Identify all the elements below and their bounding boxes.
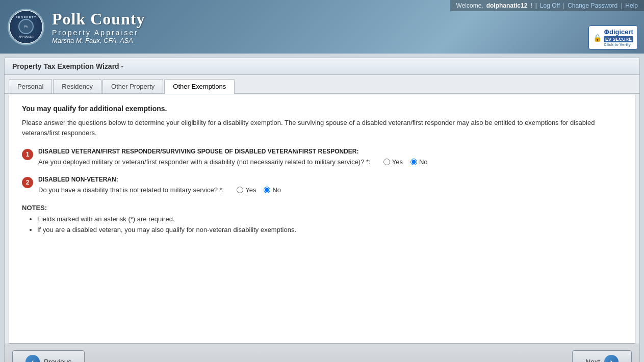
question-block-2: 2 DISABLED NON-VETERAN: Do you have a di…	[22, 176, 622, 194]
header-left: PROPERTY PA APPRAISER Polk County Proper…	[8, 9, 145, 45]
q2-no-label: No	[272, 186, 281, 194]
logo-inner: PROPERTY PA APPRAISER	[10, 11, 42, 43]
q1-yes-label: Yes	[392, 158, 403, 166]
question-content-2: DISABLED NON-VETERAN: Do you have a disa…	[38, 176, 622, 194]
logo: PROPERTY PA APPRAISER	[8, 9, 44, 45]
notes-title: NOTES:	[22, 204, 622, 212]
footer: ‹ Previous Next ›	[5, 344, 639, 362]
log-off-link[interactable]: Log Off	[540, 2, 560, 9]
question-row-1: Are you deployed military or veteran/fir…	[38, 158, 622, 166]
question-content-1: DISABLED VETERAN/FIRST RESPONDER/SURVIVI…	[38, 148, 622, 166]
wizard-header: Property Tax Exemption Wizard -	[5, 58, 639, 75]
q1-no-label: No	[419, 158, 428, 166]
q2-no-option[interactable]: No	[264, 186, 281, 194]
badge-inner: ⊕digicert EV SECURE Click to Verify	[604, 28, 633, 47]
logo-top-text: PROPERTY	[15, 16, 36, 19]
dept-name: Property Appraiser	[52, 29, 145, 37]
question-text-2: Do you have a disability that is not rel…	[38, 186, 224, 194]
click-verify-label: Click to Verify	[604, 42, 631, 47]
question-text-1: Are you deployed military or veteran/fir…	[38, 158, 371, 166]
ev-secure-label: EV SECURE	[604, 36, 633, 42]
page-header: Welcome, dolphanatic12! | Log Off | Chan…	[0, 0, 644, 54]
main-container: Property Tax Exemption Wizard - Personal…	[4, 58, 640, 362]
tab-bar: Personal Residency Other Property Other …	[5, 75, 639, 94]
note-item-1: Fields marked with an asterisk (*) are r…	[37, 215, 622, 224]
next-label: Next	[585, 358, 600, 362]
content-area: You may qualify for additional exemption…	[9, 94, 635, 344]
radio-group-1: Yes No	[383, 158, 428, 166]
logo-bottom-text: APPRAISER	[18, 35, 33, 38]
notes-list: Fields marked with an asterisk (*) are r…	[22, 215, 622, 235]
tab-other-property[interactable]: Other Property	[102, 79, 163, 93]
county-name: Polk County	[52, 10, 145, 29]
appraiser-name: Marsha M. Faux, CFA, ASA	[52, 37, 145, 44]
q1-yes-radio[interactable]	[383, 159, 390, 165]
help-link[interactable]: Help	[625, 2, 638, 9]
header-title: Polk County Property Appraiser Marsha M.…	[52, 10, 145, 44]
digicert-logo: ⊕digicert	[604, 28, 633, 36]
q1-no-radio[interactable]	[410, 159, 417, 165]
q1-yes-option[interactable]: Yes	[383, 158, 403, 166]
welcome-text: Welcome,	[456, 2, 483, 9]
separator2: |	[563, 2, 564, 9]
question-row-2: Do you have a disability that is not rel…	[38, 186, 622, 194]
section-title: You may qualify for additional exemption…	[22, 105, 622, 113]
note-item-2: If you are a disabled veteran, you may a…	[37, 225, 622, 235]
q2-no-radio[interactable]	[264, 187, 270, 193]
q2-yes-radio[interactable]	[237, 187, 243, 193]
q2-yes-option[interactable]: Yes	[237, 186, 256, 194]
tab-personal[interactable]: Personal	[9, 79, 52, 93]
q2-yes-label: Yes	[245, 186, 256, 194]
intro-text: Please answer the questions below to det…	[22, 118, 622, 138]
tab-other-exemptions[interactable]: Other Exemptions	[164, 79, 235, 94]
next-arrow-icon: ›	[604, 355, 619, 362]
next-button[interactable]: Next ›	[572, 350, 632, 362]
question-number-1: 1	[22, 149, 33, 160]
change-password-link[interactable]: Change Password	[568, 2, 617, 9]
question-label-2: DISABLED NON-VETERAN:	[38, 176, 622, 183]
notes-section: NOTES: Fields marked with an asterisk (*…	[22, 204, 622, 235]
previous-label: Previous	[44, 358, 71, 362]
q1-no-option[interactable]: No	[410, 158, 428, 166]
top-bar: Welcome, dolphanatic12! | Log Off | Chan…	[450, 0, 644, 11]
logo-seal: PA	[18, 19, 34, 34]
radio-group-2: Yes No	[237, 186, 281, 194]
previous-arrow-icon: ‹	[25, 355, 40, 362]
separator1: |	[535, 2, 537, 9]
question-block-1: 1 DISABLED VETERAN/FIRST RESPONDER/SURVI…	[22, 148, 622, 166]
question-number-2: 2	[22, 177, 33, 188]
wizard-title: Property Tax Exemption Wizard -	[12, 62, 123, 70]
separator3: |	[621, 2, 622, 9]
lock-icon: 🔒	[593, 34, 602, 42]
previous-button[interactable]: ‹ Previous	[12, 350, 85, 362]
username: dolphanatic12	[486, 2, 528, 9]
tab-residency[interactable]: Residency	[53, 79, 101, 93]
digicert-badge[interactable]: 🔒 ⊕digicert EV SECURE Click to Verify	[588, 25, 638, 49]
question-label-1: DISABLED VETERAN/FIRST RESPONDER/SURVIVI…	[38, 148, 622, 155]
